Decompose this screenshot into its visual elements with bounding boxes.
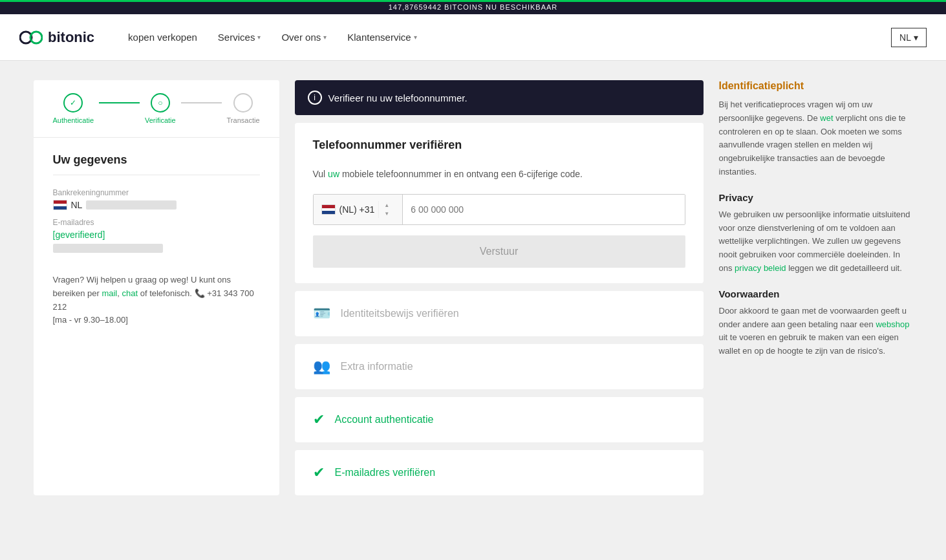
- email-verified-value: [geverifieerd]: [53, 230, 260, 240]
- left-panel: ✓ Authenticatie ○ Verificatie Transactie…: [34, 80, 279, 495]
- step1-circle: ✓: [63, 93, 83, 113]
- phone-input-row: (NL) +31 ▲ ▼: [313, 194, 685, 225]
- bitcoin-announcement: 147,87659442 BITCOINS NU BESCHIKBAAR: [389, 3, 558, 11]
- step-transactie: Transactie: [227, 93, 260, 124]
- bank-number-blurred: XXXXXXXXXXXXXXXXXX: [86, 200, 177, 210]
- nav-services[interactable]: Services ▾: [210, 27, 269, 48]
- extra-info-section[interactable]: 👥 Extra informatie: [295, 344, 704, 389]
- email-blurred: XXXXXXXXXXXXXXXXXX: [53, 244, 163, 253]
- phone-card-title: Telefoonnummer verifiëren: [295, 123, 704, 167]
- mail-link[interactable]: mail: [102, 288, 117, 298]
- phone-card-body: Vul uw mobiele telefoonnummer in en ontv…: [295, 167, 704, 283]
- nav-klantenservice[interactable]: Klantenservice ▾: [339, 27, 424, 48]
- user-data-section: Uw gegevens Bankrekeningnummer NL XXXXXX…: [34, 138, 279, 343]
- extra-info-icon: 👥: [313, 358, 330, 375]
- id-verification-section[interactable]: 🪪 Identiteitsbewijs verifiëren: [295, 291, 704, 336]
- phone-country-code: (NL) +31: [339, 204, 375, 215]
- phone-card: Telefoonnummer verifiëren Vul uw mobiele…: [295, 123, 704, 283]
- step-line-1: [99, 102, 140, 103]
- services-chevron-icon: ▾: [257, 34, 261, 41]
- nav-over-ons[interactable]: Over ons ▾: [274, 27, 334, 48]
- help-text: Vragen? Wij helpen u graag op weg! U kun…: [53, 274, 260, 327]
- id-plicht-text: Bij het verificatieproces vragen wij om …: [719, 98, 913, 179]
- phone-spinners: ▲ ▼: [378, 201, 394, 218]
- step2-label: Verificatie: [145, 116, 176, 124]
- step-verificatie: ○ Verificatie: [145, 93, 176, 124]
- email-verified-link[interactable]: [geverifieerd]: [53, 230, 105, 240]
- email-verify-check-icon: ✔: [313, 464, 325, 481]
- user-data-title: Uw gegevens: [53, 153, 260, 175]
- id-plicht-title: Identificatieplicht: [719, 80, 913, 92]
- phone-number-input[interactable]: [403, 195, 684, 224]
- main-container: ✓ Authenticatie ○ Verificatie Transactie…: [21, 80, 926, 495]
- privacy-text: We gebruiken uw persoonlijke informatie …: [719, 208, 913, 275]
- language-selector[interactable]: NL ▾: [891, 28, 927, 47]
- phone-description: Vul uw mobiele telefoonnummer in en ontv…: [313, 167, 685, 181]
- top-bar: 147,87659442 BITCOINS NU BESCHIKBAAR: [0, 0, 946, 14]
- alert-text: Verifieer nu uw telefoonnummer.: [328, 92, 468, 103]
- account-auth-check-icon: ✔: [313, 411, 325, 428]
- wet-link[interactable]: wet: [820, 113, 833, 123]
- step-line-2: [181, 102, 222, 103]
- logo[interactable]: bitonic: [19, 29, 94, 46]
- over-ons-chevron-icon: ▾: [323, 34, 327, 41]
- phone-flag-icon: [321, 204, 336, 215]
- step3-circle: [233, 93, 253, 113]
- phone-country-selector[interactable]: (NL) +31 ▲ ▼: [314, 195, 403, 224]
- navigation: bitonic kopen verkopen Services ▾ Over o…: [0, 14, 946, 61]
- info-icon: i: [308, 91, 322, 105]
- step-authenticatie: ✓ Authenticatie: [53, 93, 94, 124]
- step2-circle: ○: [151, 93, 170, 113]
- center-panel: i Verifieer nu uw telefoonnummer. Telefo…: [295, 80, 704, 495]
- logo-icon: [19, 30, 43, 45]
- phone-spinner-up[interactable]: ▲: [383, 201, 391, 210]
- email-verify-label: E-mailadres verifiëren: [335, 467, 436, 479]
- step1-label: Authenticatie: [53, 116, 94, 124]
- nl-flag-icon: [53, 200, 67, 210]
- klantenservice-chevron-icon: ▾: [414, 34, 417, 41]
- email-label: E-mailadres: [53, 218, 260, 227]
- step3-label: Transactie: [227, 116, 260, 124]
- alert-banner: i Verifieer nu uw telefoonnummer.: [295, 80, 704, 115]
- bank-prefix: NL: [71, 200, 83, 210]
- uw-link[interactable]: uw: [328, 169, 339, 179]
- webshop-link[interactable]: webshop: [876, 319, 909, 329]
- right-panel: Identificatieplicht Bij het verificatiep…: [719, 80, 913, 495]
- nav-kopen-verkopen[interactable]: kopen verkopen: [120, 27, 205, 48]
- id-section-label: Identiteitsbewijs verifiëren: [341, 308, 459, 319]
- voorwaarden-text: Door akkoord te gaan met de voorwaarden …: [719, 305, 913, 358]
- phone-spinner-down[interactable]: ▼: [383, 210, 391, 218]
- voorwaarden-title: Voorwaarden: [719, 288, 913, 299]
- steps-indicator: ✓ Authenticatie ○ Verificatie Transactie: [34, 80, 279, 138]
- account-auth-label: Account authenticatie: [335, 414, 434, 425]
- bank-label: Bankrekeningnummer: [53, 188, 260, 197]
- lang-chevron-icon: ▾: [914, 32, 918, 43]
- logo-text: bitonic: [48, 29, 94, 46]
- chat-link[interactable]: chat: [122, 288, 138, 298]
- privacy-link[interactable]: privacy beleid: [735, 263, 786, 273]
- privacy-title: Privacy: [719, 192, 913, 203]
- account-auth-section: ✔ Account authenticatie: [295, 397, 704, 442]
- nav-links: kopen verkopen Services ▾ Over ons ▾ Kla…: [120, 27, 891, 48]
- id-card-icon: 🪪: [313, 305, 330, 322]
- email-verify-section: ✔ E-mailadres verifiëren: [295, 450, 704, 495]
- bank-value: NL XXXXXXXXXXXXXXXXXX: [53, 200, 260, 210]
- extra-section-label: Extra informatie: [341, 361, 413, 372]
- send-button[interactable]: Verstuur: [313, 235, 685, 268]
